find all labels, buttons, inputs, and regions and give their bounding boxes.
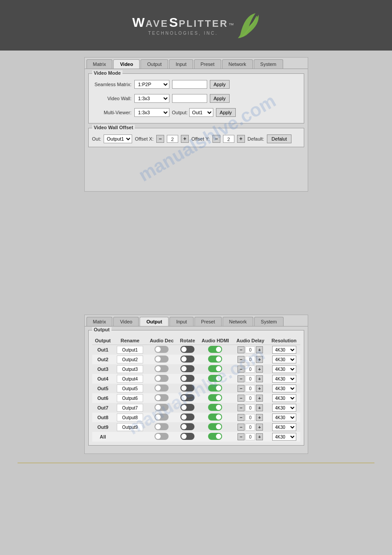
offset-x-plus-button[interactable]: + — [181, 135, 189, 143]
delay-plus-button[interactable]: + — [256, 424, 263, 431]
audio-dec-toggle[interactable] — [155, 394, 169, 401]
audio-hdmi-toggle[interactable] — [208, 375, 222, 382]
audio-dec-toggle[interactable] — [155, 346, 169, 353]
delay-minus-button[interactable]: − — [237, 414, 245, 421]
p2-tab-matrix[interactable]: Matrix — [86, 317, 113, 326]
video-wall-input[interactable] — [172, 94, 207, 103]
audio-hdmi-toggle[interactable] — [208, 433, 222, 440]
tab-video[interactable]: Video — [113, 59, 140, 69]
audio-dec-toggle[interactable] — [155, 414, 169, 421]
rename-input[interactable] — [117, 355, 143, 363]
tab-system[interactable]: System — [254, 59, 283, 69]
audio-hdmi-toggle[interactable] — [208, 404, 222, 411]
rotate-toggle[interactable] — [180, 433, 194, 440]
rotate-toggle[interactable] — [180, 404, 194, 411]
seamless-matrix-dropdown[interactable]: 1:P2P 1:1 1:Many — [134, 80, 169, 89]
rename-input[interactable] — [117, 375, 143, 383]
p2-tab-network[interactable]: Network — [223, 317, 253, 326]
audio-hdmi-toggle[interactable] — [208, 346, 222, 353]
resolution-select[interactable]: 4K304K601080P601080P30 — [272, 423, 296, 431]
rename-input[interactable] — [117, 385, 143, 392]
audio-dec-toggle[interactable] — [155, 423, 169, 430]
delay-plus-button[interactable]: + — [256, 404, 263, 411]
audio-hdmi-toggle[interactable] — [208, 394, 222, 401]
delay-plus-button[interactable]: + — [256, 395, 263, 402]
audio-dec-toggle[interactable] — [155, 355, 169, 363]
rotate-toggle[interactable] — [180, 355, 194, 363]
audio-hdmi-toggle[interactable] — [208, 355, 222, 363]
resolution-select[interactable]: 4K304K601080P601080P30 — [272, 375, 296, 383]
p2-tab-input[interactable]: Input — [169, 317, 193, 326]
rotate-toggle[interactable] — [180, 394, 194, 401]
rotate-toggle[interactable] — [180, 375, 194, 382]
delay-minus-button[interactable]: − — [237, 366, 245, 373]
delay-minus-button[interactable]: − — [237, 356, 245, 363]
rotate-toggle[interactable] — [180, 423, 194, 430]
rotate-toggle[interactable] — [180, 385, 194, 392]
spacer — [9, 200, 383, 315]
offset-out-dropdown[interactable]: Output1 Output2 Output3 — [104, 134, 132, 143]
rename-input[interactable] — [117, 423, 143, 431]
delay-plus-button[interactable]: + — [256, 385, 263, 392]
rename-input[interactable] — [117, 346, 143, 354]
resolution-select[interactable]: 4K304K601080P601080P30 — [272, 346, 296, 354]
delay-minus-button[interactable]: − — [237, 395, 245, 402]
seamless-matrix-apply-button[interactable]: Apply — [210, 80, 230, 89]
p2-tab-system[interactable]: System — [254, 317, 284, 326]
delay-plus-button[interactable]: + — [256, 433, 263, 440]
audio-dec-toggle[interactable] — [155, 375, 169, 382]
resolution-select[interactable]: 4K304K601080P601080P30 — [272, 404, 296, 412]
default-button[interactable]: Defalut — [267, 134, 292, 143]
tab-output[interactable]: Output — [140, 59, 168, 69]
rename-input[interactable] — [117, 365, 143, 373]
rotate-toggle[interactable] — [180, 365, 194, 372]
delay-plus-button[interactable]: + — [256, 346, 263, 353]
delay-plus-button[interactable]: + — [256, 366, 263, 373]
video-wall-dropdown[interactable]: 1:3x3 1:2x2 1:4x4 — [134, 94, 169, 103]
resolution-select[interactable]: 4K304K601080P601080P30 — [272, 365, 296, 373]
delay-plus-button[interactable]: + — [256, 356, 263, 363]
delay-minus-button[interactable]: − — [237, 404, 245, 411]
video-wall-apply-button[interactable]: Apply — [210, 94, 230, 103]
multi-viewer-output-dropdown[interactable]: Out1 Out2 Out3 — [189, 108, 213, 117]
p2-tab-output[interactable]: Output — [140, 317, 169, 326]
output-cell: Out9 — [92, 422, 114, 432]
rename-input[interactable] — [117, 404, 143, 412]
delay-minus-button[interactable]: − — [237, 346, 245, 353]
audio-hdmi-toggle[interactable] — [208, 365, 222, 372]
resolution-select[interactable]: 4K304K601080P601080P30 — [272, 433, 296, 441]
resolution-select[interactable]: 4K304K601080P601080P30 — [272, 414, 296, 421]
delay-minus-button[interactable]: − — [237, 433, 245, 440]
seamless-matrix-input[interactable] — [172, 80, 207, 89]
multi-viewer-apply-button[interactable]: Apply — [216, 108, 236, 117]
delay-plus-button[interactable]: + — [256, 375, 263, 382]
resolution-select[interactable]: 4K304K601080P601080P30 — [272, 385, 296, 392]
tab-network[interactable]: Network — [222, 59, 253, 69]
audio-dec-toggle[interactable] — [155, 385, 169, 392]
multi-viewer-dropdown[interactable]: 1:3x3 1:2x2 1:4x4 — [134, 108, 169, 117]
resolution-select[interactable]: 4K304K601080P601080P30 — [272, 355, 296, 363]
rename-input[interactable] — [117, 414, 143, 421]
rotate-toggle[interactable] — [180, 414, 194, 421]
p2-tab-video[interactable]: Video — [113, 317, 139, 326]
audio-dec-toggle[interactable] — [155, 433, 169, 440]
audio-hdmi-toggle[interactable] — [208, 423, 222, 430]
tab-preset[interactable]: Preset — [194, 59, 221, 69]
delay-plus-button[interactable]: + — [256, 414, 263, 421]
rotate-toggle[interactable] — [180, 346, 194, 353]
tab-matrix[interactable]: Matrix — [86, 59, 113, 69]
p2-tab-preset[interactable]: Preset — [194, 317, 222, 326]
delay-minus-button[interactable]: − — [237, 424, 245, 431]
audio-hdmi-toggle[interactable] — [208, 414, 222, 421]
resolution-select[interactable]: 4K304K601080P601080P30 — [272, 394, 296, 402]
offset-x-minus-button[interactable]: − — [156, 135, 164, 143]
tab-input[interactable]: Input — [169, 59, 193, 69]
offset-y-plus-button[interactable]: + — [237, 135, 245, 143]
delay-minus-button[interactable]: − — [237, 385, 245, 392]
delay-minus-button[interactable]: − — [237, 375, 245, 382]
offset-y-minus-button[interactable]: − — [212, 135, 220, 143]
audio-hdmi-toggle[interactable] — [208, 385, 222, 392]
audio-dec-toggle[interactable] — [155, 365, 169, 372]
audio-dec-toggle[interactable] — [155, 404, 169, 411]
rename-input[interactable] — [117, 394, 143, 402]
